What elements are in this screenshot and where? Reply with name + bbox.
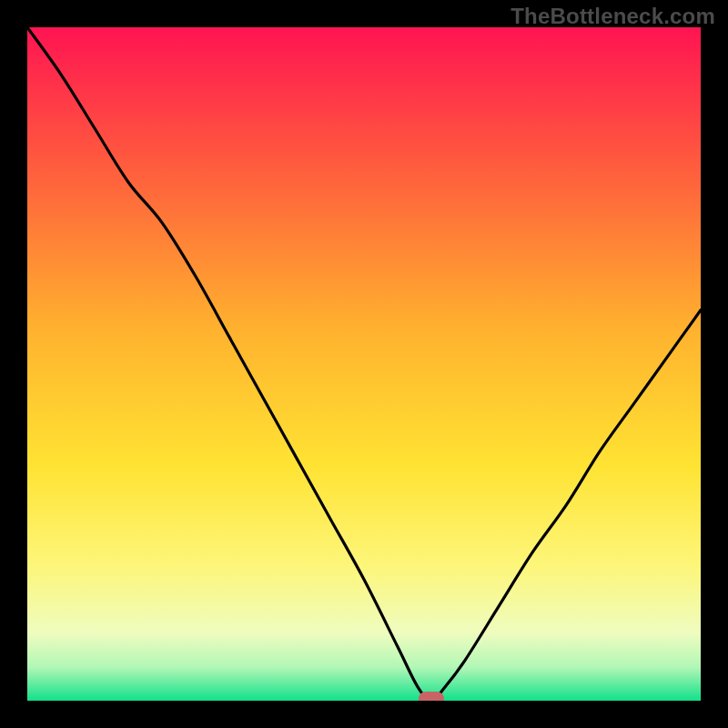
- optimum-marker: [419, 692, 444, 701]
- gradient-background: [27, 27, 701, 701]
- chart-frame: TheBottleneck.com: [0, 0, 728, 728]
- plot-area: [27, 27, 701, 701]
- watermark-text: TheBottleneck.com: [511, 4, 715, 29]
- bottleneck-chart: [27, 27, 701, 701]
